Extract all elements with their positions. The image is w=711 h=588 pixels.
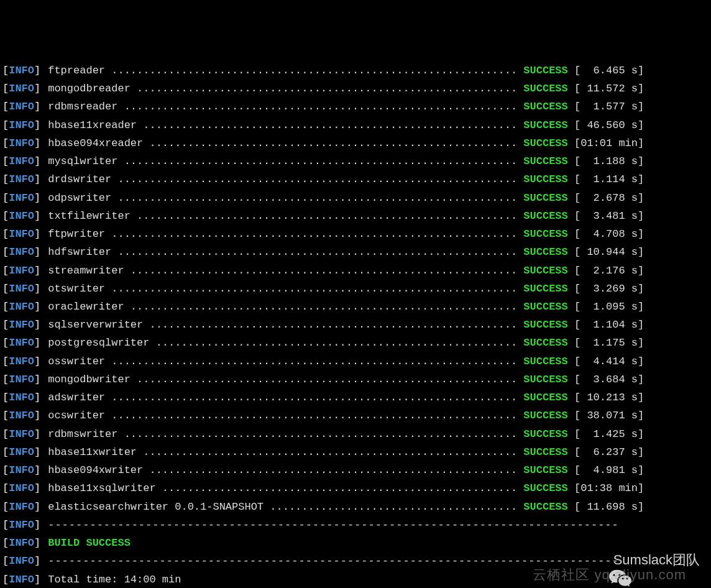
module-name: elasticsearchwriter 0.0.1-SNAPSHOT <box>48 498 264 516</box>
module-name: hbase094xreader <box>48 134 143 152</box>
build-time: [ 3.481 s] <box>568 207 644 225</box>
status-label: SUCCESS <box>523 425 567 443</box>
status-label: SUCCESS <box>523 62 567 80</box>
module-name: hbase11xsqlwriter <box>48 479 155 497</box>
status-label: SUCCESS <box>523 443 567 461</box>
module-name: ocswriter <box>48 407 105 425</box>
build-time: [ 10.944 s] <box>568 243 644 261</box>
build-time: [ 10.213 s] <box>568 388 644 407</box>
build-time: [ 3.684 s] <box>568 370 644 388</box>
build-row: [INFO]postgresqlwriter .................… <box>2 334 709 352</box>
status-label: SUCCESS <box>523 207 567 225</box>
module-name: rdbmswriter <box>48 425 117 443</box>
status-label: SUCCESS <box>523 298 567 316</box>
status-label: SUCCESS <box>523 407 567 425</box>
build-row: [INFO]rdbmswriter ......................… <box>2 425 709 443</box>
status-label: SUCCESS <box>523 170 567 188</box>
status-label: SUCCESS <box>523 479 567 497</box>
build-row: [INFO]mysqlwriter ......................… <box>2 152 709 170</box>
module-name: adswriter <box>48 388 105 407</box>
build-time: [ 2.176 s] <box>568 262 644 280</box>
build-time: [ 11.698 s] <box>568 498 644 516</box>
status-label: SUCCESS <box>523 243 567 261</box>
module-name: hbase094xwriter <box>48 461 143 479</box>
status-label: SUCCESS <box>523 461 567 479</box>
build-time: [ 4.414 s] <box>568 352 644 370</box>
module-name: odpswriter <box>48 189 111 207</box>
module-name: postgresqlwriter <box>48 334 149 352</box>
build-row: [INFO]ftpwriter ........................… <box>2 225 709 243</box>
status-label: SUCCESS <box>523 262 567 280</box>
build-row: [INFO]elasticsearchwriter 0.0.1-SNAPSHOT… <box>2 498 709 516</box>
build-time: [ 6.237 s] <box>568 443 644 461</box>
build-row: [INFO]oraclewriter .....................… <box>2 298 709 316</box>
build-time: [ 46.560 s] <box>568 116 644 134</box>
module-name: osswriter <box>48 352 105 370</box>
build-time: [ 1.104 s] <box>568 316 644 334</box>
build-row: [INFO]odpswriter .......................… <box>2 189 709 207</box>
build-row: [INFO]rdbmsreader ......................… <box>2 98 709 116</box>
build-time: [ 1.188 s] <box>568 152 644 170</box>
status-label: SUCCESS <box>523 152 567 170</box>
build-row: [INFO]hbase11xwriter ...................… <box>2 443 709 461</box>
module-name: ftpreader <box>48 62 105 80</box>
module-name: ftpwriter <box>48 225 105 243</box>
module-name: sqlserverwriter <box>48 316 143 334</box>
build-row: [INFO]hbase11xsqlwriter ................… <box>2 479 709 497</box>
status-label: SUCCESS <box>523 370 567 388</box>
divider-row: [INFO]----------------------------------… <box>2 516 709 534</box>
build-row: [INFO]hbase094xreader ..................… <box>2 134 709 152</box>
status-label: SUCCESS <box>523 98 567 116</box>
status-label: SUCCESS <box>523 225 567 243</box>
status-label: SUCCESS <box>523 280 567 298</box>
build-time: [01:01 min] <box>568 134 644 152</box>
status-label: SUCCESS <box>523 116 567 134</box>
build-time: [ 1.114 s] <box>568 170 644 188</box>
build-row: [INFO]hbase11xreader ...................… <box>2 116 709 134</box>
build-time: [ 3.269 s] <box>568 280 644 298</box>
build-time: [ 1.095 s] <box>568 298 644 316</box>
status-label: SUCCESS <box>523 316 567 334</box>
module-name: otswriter <box>48 280 105 298</box>
module-name: rdbmsreader <box>48 98 117 116</box>
module-name: mysqlwriter <box>48 152 117 170</box>
build-row: [INFO]ocswriter ........................… <box>2 407 709 425</box>
build-time: [ 4.708 s] <box>568 225 644 243</box>
module-name: txtfilewriter <box>48 207 131 225</box>
status-label: SUCCESS <box>523 388 567 407</box>
module-name: hbase11xwriter <box>48 443 137 461</box>
build-row: [INFO]txtfilewriter ....................… <box>2 207 709 225</box>
status-label: SUCCESS <box>523 334 567 352</box>
build-row: [INFO]drdswriter .......................… <box>2 170 709 188</box>
build-row: [INFO]mongodbreader ....................… <box>2 80 709 98</box>
build-time: [ 38.071 s] <box>568 407 644 425</box>
module-name: hdfswriter <box>48 243 111 261</box>
module-name: drdswriter <box>48 170 111 188</box>
build-row: [INFO]streamwriter .....................… <box>2 262 709 280</box>
module-name: streamwriter <box>48 262 124 280</box>
build-row: [INFO]ftpreader ........................… <box>2 62 709 80</box>
build-row: [INFO]osswriter ........................… <box>2 352 709 370</box>
status-label: SUCCESS <box>523 80 567 98</box>
module-name: mongodbwriter <box>48 370 131 388</box>
build-time: [ 1.175 s] <box>568 334 644 352</box>
status-label: SUCCESS <box>523 189 567 207</box>
module-name: hbase11xreader <box>48 116 137 134</box>
status-label: SUCCESS <box>523 134 567 152</box>
build-row: [INFO]hdfswriter .......................… <box>2 243 709 261</box>
terminal-output: [INFO] [INFO]ftpreader .................… <box>2 58 709 588</box>
build-time: [ 11.572 s] <box>568 80 644 98</box>
build-time: [ 1.577 s] <box>568 98 644 116</box>
build-time: [ 4.981 s] <box>568 461 644 479</box>
build-row: [INFO]sqlserverwriter ..................… <box>2 316 709 334</box>
status-label: SUCCESS <box>523 352 567 370</box>
build-row: [INFO]mongodbwriter ....................… <box>2 370 709 388</box>
build-row: [INFO]hbase094xwriter ..................… <box>2 461 709 479</box>
build-time: [01:38 min] <box>568 479 644 497</box>
module-name: mongodbreader <box>48 80 131 98</box>
build-time: [ 6.465 s] <box>568 62 644 80</box>
status-label: SUCCESS <box>523 498 567 516</box>
watermark-text-2: 云栖社区 yq.aliyun.com <box>533 563 686 587</box>
build-row: [INFO]adswriter ........................… <box>2 388 709 407</box>
module-name: oraclewriter <box>48 298 124 316</box>
